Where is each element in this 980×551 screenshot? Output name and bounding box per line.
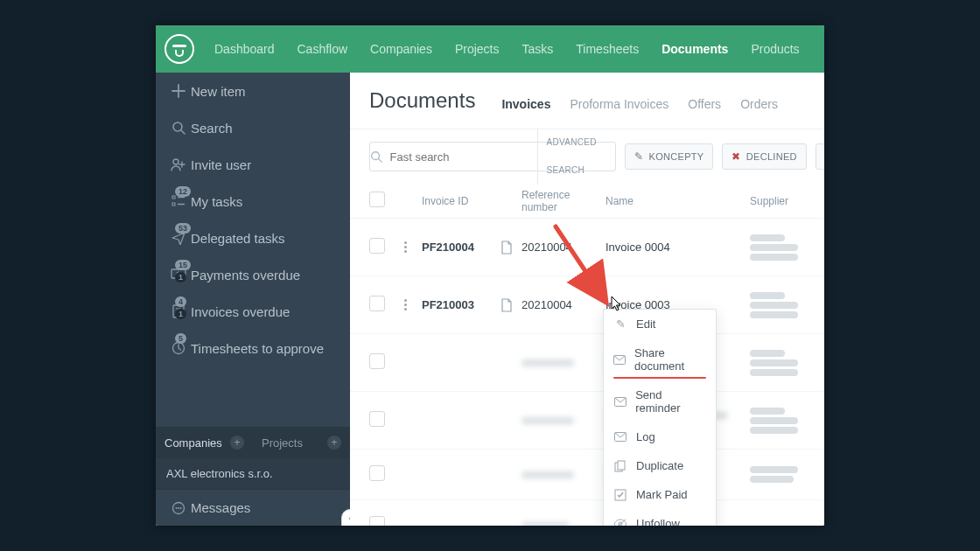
nav-cashflow[interactable]: Cashflow <box>286 25 360 73</box>
sidebar-item-label: Invite user <box>191 157 340 172</box>
cell-ref <box>522 469 606 481</box>
sidebar-messages[interactable]: Messages <box>156 489 350 526</box>
ctx-label: Unfollow <box>636 517 680 526</box>
sidebar-tab-companies[interactable]: Companies + <box>156 427 253 458</box>
row-checkbox[interactable] <box>369 465 385 481</box>
ctx-label: Send reminder <box>635 388 706 415</box>
copy-icon <box>613 460 627 472</box>
pencil-icon: ✎ <box>634 150 643 163</box>
ctx-unfollow[interactable]: Unfollow <box>604 509 716 526</box>
row-context-menu: ✎ Edit Share document Send reminder Log <box>603 309 717 526</box>
search-icon <box>370 150 390 163</box>
sidebar-tabs: Companies + Projects + <box>156 427 350 458</box>
ctx-share[interactable]: Share document <box>604 338 716 380</box>
add-icon[interactable]: + <box>230 436 244 450</box>
sidebar-delegated[interactable]: 53 Delegated tasks <box>156 220 350 256</box>
fast-search[interactable]: ADVANCED SEARCH <box>369 142 616 171</box>
pdf-icon[interactable] <box>500 298 522 312</box>
sidebar-invite[interactable]: Invite user <box>156 146 350 183</box>
row-checkbox[interactable] <box>369 353 385 369</box>
table-row[interactable] <box>350 334 824 392</box>
svg-point-11 <box>180 507 182 509</box>
tab-invoices[interactable]: Invoices <box>501 97 550 113</box>
sidebar-item-label: My tasks <box>191 194 340 209</box>
ctx-label: Duplicate <box>636 459 683 472</box>
sidebar-company-item[interactable]: AXL electronics s.r.o. <box>156 458 350 489</box>
cell-supplier <box>750 289 805 321</box>
tab-offers[interactable]: Offers <box>688 97 721 113</box>
sidebar-item-label: Invoices overdue <box>191 304 340 319</box>
svg-rect-3 <box>172 203 175 206</box>
row-checkbox[interactable] <box>369 296 385 311</box>
ctx-edit[interactable]: ✎ Edit <box>604 310 716 338</box>
nav-documents[interactable]: Documents <box>650 25 739 73</box>
col-header-id[interactable]: Invoice ID <box>422 195 500 207</box>
sidebar-search[interactable]: Search <box>156 109 350 146</box>
cell-ref: 20210004 <box>522 241 606 254</box>
check-square-icon <box>613 489 627 501</box>
row-menu-button[interactable] <box>399 299 411 310</box>
col-header-ref[interactable]: Reference number <box>522 189 606 213</box>
row-menu-button[interactable] <box>399 241 411 253</box>
badge-count: 4 <box>175 296 186 307</box>
pdf-icon[interactable] <box>500 241 522 255</box>
document-tabs: Invoices Proforma Invoices Offers Orders <box>501 97 778 113</box>
select-all-checkbox[interactable] <box>369 192 385 207</box>
ctx-send-reminder[interactable]: Send reminder <box>604 380 716 422</box>
nav-projects[interactable]: Projects <box>444 25 511 73</box>
svg-point-10 <box>178 507 179 509</box>
col-header-name[interactable]: Name <box>606 195 750 207</box>
cell-ref <box>522 415 606 427</box>
ctx-label: Log <box>636 430 655 443</box>
app-window: Dashboard Cashflow Companies Projects Ta… <box>156 25 824 526</box>
sidebar-timesheets[interactable]: 5 Timesheets to approve <box>156 330 350 366</box>
add-icon[interactable]: + <box>327 436 341 450</box>
ctx-log[interactable]: Log <box>604 422 716 451</box>
sidebar-item-label: Search <box>191 121 340 136</box>
nav-products[interactable]: Products <box>739 25 810 73</box>
sidebar-my-tasks[interactable]: 12 My tasks <box>156 183 350 220</box>
sidebar-tab-label: Projects <box>262 436 303 450</box>
tab-orders[interactable]: Orders <box>740 97 778 113</box>
ctx-duplicate[interactable]: Duplicate <box>604 451 716 480</box>
search-icon <box>166 121 191 135</box>
col-header-supplier[interactable]: Supplier <box>750 195 805 207</box>
badge-count: 12 <box>175 186 191 197</box>
filter-chip-drafts[interactable]: ✎KONCEPTY <box>625 143 713 170</box>
table-row[interactable] <box>350 500 824 526</box>
nav-companies[interactable]: Companies <box>359 25 444 73</box>
row-checkbox[interactable] <box>369 238 385 254</box>
badge-count: 5 <box>175 333 186 344</box>
app-logo[interactable] <box>156 25 203 73</box>
table-row[interactable]: PF210004 20210004 Invoice 0004 <box>350 219 824 276</box>
filter-chip-declined[interactable]: ✖DECLINED <box>722 143 806 170</box>
filter-chip-accepted[interactable]: 👍ACCEPTE <box>816 143 824 170</box>
row-checkbox[interactable] <box>369 411 385 427</box>
cell-supplier <box>750 464 805 485</box>
nav-tasks[interactable]: Tasks <box>511 25 565 73</box>
nav-dashboard[interactable]: Dashboard <box>203 25 286 73</box>
table-row[interactable] <box>350 392 824 450</box>
advanced-search-button[interactable]: ADVANCED SEARCH <box>537 129 616 185</box>
sidebar-new-item[interactable]: New item <box>156 73 350 109</box>
mail-icon <box>613 432 627 442</box>
table-row[interactable]: PF210003 20210004 Invoice 0003 <box>350 276 824 334</box>
sidebar-tab-projects[interactable]: Projects + <box>253 427 350 458</box>
badge-count-secondary: 1 <box>175 309 186 319</box>
badge-count: 53 <box>175 223 191 234</box>
search-input[interactable] <box>390 150 537 164</box>
nav-timesheets[interactable]: Timesheets <box>564 25 650 73</box>
row-checkbox[interactable] <box>369 516 385 526</box>
table-header: Invoice ID Reference number Name Supplie… <box>350 184 824 219</box>
sidebar-item-label: Messages <box>191 500 340 515</box>
ctx-mark-paid[interactable]: Mark Paid <box>604 480 716 509</box>
svg-rect-17 <box>618 461 625 470</box>
mail-icon <box>613 397 626 407</box>
eye-off-icon <box>613 519 627 527</box>
table-row[interactable] <box>350 450 824 500</box>
sidebar-invoices[interactable]: 4 1 Invoices overdue <box>156 293 350 330</box>
sidebar-payments[interactable]: 15 1 Payments overdue <box>156 256 350 293</box>
cell-supplier <box>750 232 805 263</box>
badge-count: 15 <box>175 260 191 270</box>
tab-proforma[interactable]: Proforma Invoices <box>570 97 668 113</box>
